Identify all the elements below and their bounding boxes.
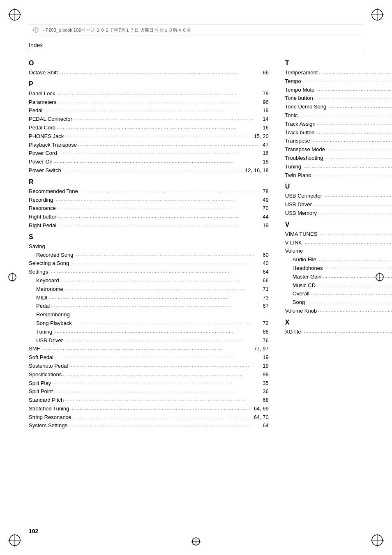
entry-page: 76 bbox=[263, 336, 268, 345]
bottom-center-mark bbox=[191, 537, 201, 548]
entry-name: Master Gain bbox=[293, 273, 322, 281]
list-item: Song45 bbox=[285, 298, 392, 307]
entry-page: 60 bbox=[263, 251, 268, 260]
entry-dots bbox=[324, 263, 392, 272]
entry-name: Transpose bbox=[285, 137, 310, 145]
list-item: Standard Pitch68 bbox=[29, 396, 269, 405]
list-item: PEDAL Connector14 bbox=[29, 115, 269, 124]
corner-mark-tl bbox=[7, 7, 22, 22]
entry-dots bbox=[51, 301, 261, 310]
list-item: Transpose30, 47, 66 bbox=[285, 137, 392, 145]
list-item: Overall18 bbox=[285, 290, 392, 298]
list-item: Recorded Song60 bbox=[29, 251, 269, 260]
list-item: XG lite97 bbox=[285, 328, 392, 336]
entry-dots bbox=[58, 97, 261, 106]
entry-dots bbox=[54, 387, 262, 395]
entry-name: SMF bbox=[29, 345, 40, 353]
entry-dots bbox=[69, 421, 261, 429]
entry-dots bbox=[70, 404, 252, 412]
entry-dots bbox=[318, 208, 392, 217]
entry-dots bbox=[306, 297, 392, 306]
entry-name: String Resonance bbox=[29, 413, 71, 422]
entry-page: 68 bbox=[263, 328, 268, 336]
entry-dots bbox=[318, 255, 392, 263]
entry-page: 19 bbox=[263, 106, 268, 115]
entry-dots bbox=[313, 200, 392, 208]
entry-dots bbox=[70, 258, 261, 267]
entry-dots bbox=[58, 148, 262, 157]
list-item: Headphones20 bbox=[285, 264, 392, 273]
entry-dots bbox=[323, 272, 392, 281]
entry-name: Right Pedal bbox=[29, 221, 56, 230]
entry-page: 77, 97 bbox=[254, 345, 269, 353]
entry-dots bbox=[327, 102, 392, 111]
list-item: Metronome71 bbox=[29, 285, 269, 294]
entry-dots bbox=[302, 76, 392, 85]
entry-page: 47 bbox=[263, 141, 268, 150]
section-letter: U bbox=[285, 183, 392, 190]
section-letter: V bbox=[285, 221, 392, 228]
entry-name: Parameters bbox=[29, 98, 56, 107]
entry-dots bbox=[317, 281, 392, 289]
entry-dots bbox=[57, 123, 261, 131]
entry-page: 72 bbox=[263, 319, 268, 328]
right-column: TTemperament64, 68Tempo46Tempo Mute46Ton… bbox=[285, 60, 392, 433]
entry-page: 16 bbox=[263, 124, 268, 132]
entry-name: Tempo Mute bbox=[285, 86, 315, 94]
entry-page: 12, 16, 18 bbox=[245, 166, 269, 175]
list-item: Tuning64, 68–69 bbox=[285, 163, 392, 171]
list-item: Audio File45 bbox=[285, 256, 392, 264]
entry-page: 15, 20 bbox=[254, 132, 269, 141]
entry-dots bbox=[58, 221, 261, 229]
list-item: Selecting a Song40 bbox=[29, 259, 269, 268]
entry-name: Track button bbox=[285, 129, 315, 137]
list-item: VIMA TUNES78, 97 bbox=[285, 230, 392, 239]
corner-mark-tr bbox=[370, 7, 385, 22]
entry-name: Settings bbox=[29, 268, 48, 276]
entry-name: Temperament bbox=[285, 69, 318, 77]
entry-name: Tonic bbox=[285, 111, 297, 120]
entry-name: Music CD bbox=[293, 281, 316, 290]
entry-page: 64 bbox=[263, 268, 268, 276]
entry-dots bbox=[316, 85, 392, 94]
list-item: Resonance70 bbox=[29, 204, 269, 213]
entry-name: Recording bbox=[29, 196, 53, 205]
entry-name: Soft Pedal bbox=[29, 353, 53, 362]
entry-name: Stretched Tuning bbox=[29, 405, 69, 413]
list-item: MIDI73 bbox=[29, 294, 269, 302]
entry-name: Recommended Tone bbox=[29, 187, 78, 196]
entry-name: Playback Transpose bbox=[29, 141, 77, 150]
entry-name: Standard Pitch bbox=[29, 396, 64, 405]
section-x: XXG lite97 bbox=[285, 319, 392, 336]
list-item: System Settings64 bbox=[29, 421, 269, 430]
entry-page: 40 bbox=[263, 259, 268, 268]
entry-page: 44 bbox=[263, 213, 268, 221]
entry-page: 66 bbox=[263, 276, 268, 285]
entry-name: PEDAL Connector bbox=[29, 115, 72, 124]
list-item: Troubleshooting84 bbox=[285, 154, 392, 163]
entry-name: Power Cord bbox=[29, 149, 57, 158]
entry-name: Troubleshooting bbox=[285, 154, 323, 163]
section-letter: R bbox=[29, 178, 269, 186]
list-item: Right Pedal19 bbox=[29, 221, 269, 230]
entry-name: USB Driver bbox=[36, 336, 63, 345]
entry-name: Panel Lock bbox=[29, 90, 55, 98]
entry-name: Pedal bbox=[29, 106, 42, 115]
entry-dots bbox=[55, 352, 261, 361]
entry-dots bbox=[312, 170, 392, 179]
entry-dots bbox=[302, 162, 392, 170]
entry-name: Transpose Mode bbox=[285, 145, 325, 154]
list-item: Split Play35 bbox=[29, 379, 269, 388]
entry-name: Tone Demo Song bbox=[285, 103, 326, 111]
entry-page: 73 bbox=[263, 294, 268, 302]
section-p: PPanel Lock79Parameters96Pedal19PEDAL Co… bbox=[29, 81, 269, 175]
list-item: Transpose Mode66 bbox=[285, 145, 392, 154]
list-item: Pedal Cord16 bbox=[29, 124, 269, 132]
entry-page: 99 bbox=[263, 371, 268, 379]
entry-name: Tuning bbox=[36, 328, 52, 336]
list-item: Tuning68 bbox=[29, 328, 269, 336]
left-column: OOctave Shift66PPanel Lock79Parameters96… bbox=[29, 60, 269, 433]
entry-name: Tone button bbox=[285, 94, 313, 103]
entry-page: 16 bbox=[263, 149, 268, 158]
entry-name: Volume bbox=[285, 247, 303, 256]
